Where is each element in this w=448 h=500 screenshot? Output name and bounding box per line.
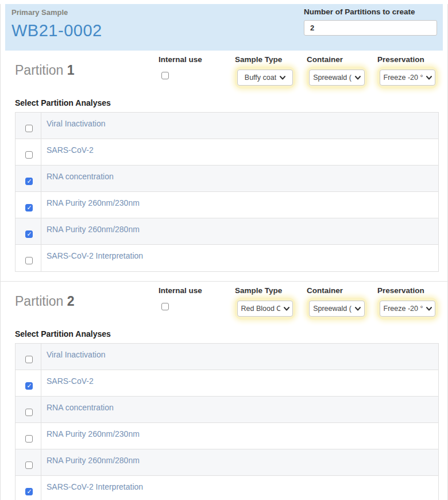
checkbox-cell (16, 166, 41, 191)
sample-type-select[interactable]: Buffy coat (237, 70, 293, 86)
container-column: Container Spreewald ( (307, 55, 367, 89)
analysis-checkbox[interactable] (25, 178, 33, 185)
analysis-checkbox[interactable] (25, 382, 33, 390)
container-select[interactable]: Spreewald ( (309, 301, 365, 317)
preservation-select[interactable]: Freeze -20 ° (380, 301, 435, 317)
container-value: Spreewald ( (313, 305, 352, 313)
internal-use-label: Internal use (159, 55, 202, 64)
container-label: Container (307, 286, 367, 295)
partition-form-page: Primary Sample WB21-0002 Number of Parti… (0, 4, 448, 500)
analysis-link[interactable]: RNA Purity 260nm/280nm (47, 225, 140, 234)
analysis-link[interactable]: RNA Purity 260nm/230nm (47, 198, 140, 207)
table-row: SARS-CoV-2 (16, 139, 438, 166)
analysis-link[interactable]: RNA Purity 260nm/280nm (47, 456, 140, 465)
partition-title-text: Partition (15, 63, 63, 78)
num-partitions-label: Number of Partitions to create (304, 7, 437, 16)
table-row: RNA Purity 260nm/230nm (16, 192, 438, 218)
analysis-link[interactable]: SARS-CoV-2 (47, 376, 94, 386)
table-row: RNA Purity 260nm/280nm (16, 449, 438, 476)
analysis-cell: RNA concentration (41, 166, 438, 191)
select-analyses-heading: Select Partition Analyses (15, 329, 439, 339)
analysis-link[interactable]: SARS-CoV-2 Interpretation (47, 482, 143, 491)
internal-use-checkbox[interactable] (161, 72, 169, 79)
analysis-checkbox[interactable] (25, 257, 33, 264)
table-row: RNA concentration (16, 397, 438, 423)
preservation-label: Preservation (377, 55, 438, 64)
checkbox-cell (16, 192, 41, 218)
num-partitions-block: Number of Partitions to create (304, 7, 437, 36)
partition-2-header: Partition 2 Internal use Sample Type Red… (15, 284, 439, 320)
analysis-checkbox[interactable] (25, 151, 33, 159)
num-partitions-input[interactable] (304, 20, 437, 36)
partition-number: 1 (67, 63, 75, 78)
analysis-cell: RNA Purity 260nm/230nm (41, 192, 438, 218)
internal-use-column: Internal use (159, 286, 202, 313)
primary-sample-header: Primary Sample WB21-0002 Number of Parti… (5, 4, 443, 51)
internal-use-label: Internal use (159, 286, 202, 295)
select-analyses-heading: Select Partition Analyses (15, 98, 439, 107)
analysis-cell: Viral Inactivation (41, 344, 438, 370)
analysis-link[interactable]: Viral Inactivation (47, 119, 105, 128)
table-row: SARS-CoV-2 Interpretation (16, 245, 438, 271)
analysis-link[interactable]: RNA Purity 260nm/230nm (47, 429, 140, 439)
internal-use-column: Internal use (159, 55, 202, 82)
table-row: SARS-CoV-2 (16, 370, 438, 397)
sample-type-label: Sample Type (235, 286, 295, 295)
analysis-checkbox[interactable] (25, 409, 33, 416)
checkbox-cell (16, 476, 41, 500)
container-highlight: Spreewald ( (307, 67, 367, 89)
table-row: RNA Purity 260nm/280nm (16, 218, 438, 245)
checkbox-cell (16, 245, 41, 271)
table-row: RNA concentration (16, 166, 438, 192)
preservation-column: Preservation Freeze -20 ° (377, 286, 438, 320)
internal-use-checkbox[interactable] (161, 303, 169, 310)
table-row: Viral Inactivation (16, 344, 438, 370)
preservation-select[interactable]: Freeze -20 ° (380, 70, 435, 86)
partition-1-section: Partition 1 Internal use Sample Type Buf… (1, 53, 447, 272)
partition-1-header: Partition 1 Internal use Sample Type Buf… (15, 53, 439, 89)
analysis-link[interactable]: RNA concentration (47, 172, 114, 181)
partition-2-analyses-table: Viral Inactivation SARS-CoV-2 RNA concen… (15, 343, 439, 500)
checkbox-cell (16, 423, 41, 449)
analysis-checkbox[interactable] (25, 204, 33, 211)
chevron-down-icon (355, 76, 361, 80)
checkbox-cell (16, 344, 41, 370)
analysis-checkbox[interactable] (25, 488, 33, 495)
partition-2-title: Partition 2 (15, 294, 75, 309)
container-label: Container (307, 55, 367, 64)
container-value: Spreewald ( (313, 74, 352, 82)
container-select[interactable]: Spreewald ( (309, 70, 365, 86)
analysis-checkbox[interactable] (25, 435, 33, 443)
chevron-down-icon (355, 307, 361, 311)
chevron-down-icon (280, 76, 285, 80)
container-column: Container Spreewald ( (307, 286, 367, 320)
preservation-label: Preservation (377, 286, 438, 295)
table-row: Viral Inactivation (16, 113, 438, 139)
analysis-cell: RNA Purity 260nm/230nm (41, 423, 438, 449)
table-row: SARS-CoV-2 Interpretation (16, 476, 438, 500)
sample-type-column: Sample Type Red Blood C (235, 286, 295, 320)
chevron-down-icon (284, 307, 289, 311)
analysis-link[interactable]: RNA concentration (47, 403, 114, 412)
analysis-cell: SARS-CoV-2 Interpretation (41, 245, 438, 271)
sample-type-select[interactable]: Red Blood C (237, 301, 293, 317)
analysis-link[interactable]: SARS-CoV-2 Interpretation (47, 251, 143, 260)
sample-type-value: Buffy coat (245, 74, 276, 82)
analysis-checkbox[interactable] (25, 125, 33, 132)
sample-type-column: Sample Type Buffy coat (235, 55, 295, 89)
partition-title-text: Partition (15, 294, 63, 309)
analysis-cell: RNA Purity 260nm/280nm (41, 218, 438, 244)
preservation-value: Freeze -20 ° (384, 305, 423, 313)
partition-2-section: Partition 2 Internal use Sample Type Red… (1, 281, 447, 500)
container-highlight: Spreewald ( (307, 298, 367, 320)
analysis-link[interactable]: SARS-CoV-2 (47, 145, 94, 155)
checkbox-cell (16, 370, 41, 396)
checkbox-cell (16, 449, 41, 475)
analysis-checkbox[interactable] (25, 461, 33, 469)
analysis-cell: SARS-CoV-2 Interpretation (41, 476, 438, 500)
analysis-checkbox[interactable] (25, 356, 33, 363)
chevron-down-icon (426, 307, 432, 311)
analysis-checkbox[interactable] (25, 230, 33, 238)
table-row: RNA Purity 260nm/230nm (16, 423, 438, 449)
analysis-link[interactable]: Viral Inactivation (47, 350, 105, 359)
